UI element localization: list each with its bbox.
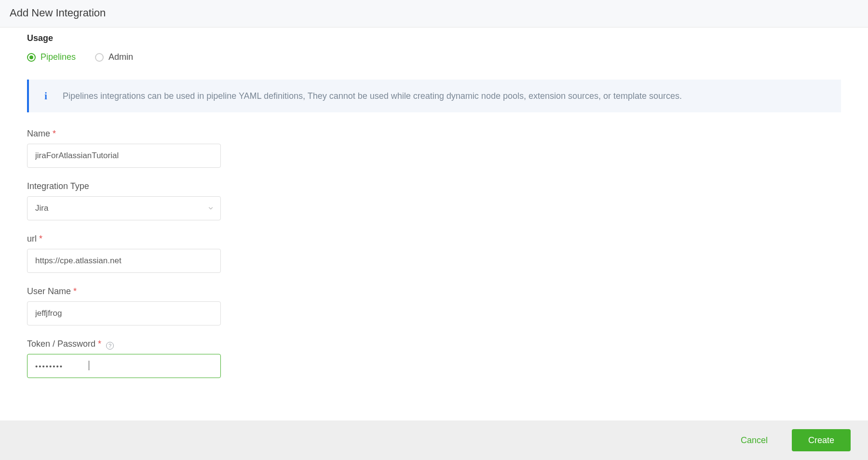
username-label: User Name* bbox=[27, 286, 841, 297]
password-input-wrap: •••••••• bbox=[27, 354, 221, 378]
required-star-icon: * bbox=[39, 234, 42, 244]
info-banner-text: Pipelines integrations can be used in pi… bbox=[63, 91, 682, 101]
integration-type-select-wrap: Jira bbox=[27, 196, 221, 220]
username-input[interactable] bbox=[27, 301, 221, 325]
radio-dot-icon bbox=[29, 55, 33, 59]
form-group-url: url* bbox=[27, 234, 841, 273]
form-group-password: Token / Password* ? •••••••• bbox=[27, 339, 841, 378]
usage-section-heading: Usage bbox=[27, 33, 841, 43]
page-header: Add New Integration bbox=[0, 0, 868, 27]
required-star-icon: * bbox=[98, 339, 101, 349]
radio-circle-icon bbox=[95, 53, 104, 62]
form-group-name: Name* bbox=[27, 129, 841, 168]
name-label-text: Name bbox=[27, 129, 50, 139]
password-label: Token / Password* ? bbox=[27, 339, 841, 349]
integration-type-label: Integration Type bbox=[27, 181, 841, 191]
name-input[interactable] bbox=[27, 144, 221, 168]
url-input[interactable] bbox=[27, 249, 221, 273]
form-group-username: User Name* bbox=[27, 286, 841, 325]
required-star-icon: * bbox=[53, 129, 56, 139]
integration-type-label-text: Integration Type bbox=[27, 181, 89, 191]
url-label: url* bbox=[27, 234, 841, 244]
add-integration-page: Add New Integration Usage Pipelines Admi… bbox=[0, 0, 868, 460]
integration-type-selected-value: Jira bbox=[35, 203, 48, 213]
password-input[interactable]: •••••••• bbox=[27, 354, 221, 378]
cancel-button[interactable]: Cancel bbox=[727, 429, 781, 451]
name-label: Name* bbox=[27, 129, 841, 139]
required-star-icon: * bbox=[73, 286, 77, 297]
page-title: Add New Integration bbox=[10, 7, 858, 19]
usage-radio-pipelines[interactable]: Pipelines bbox=[27, 52, 76, 62]
text-caret-icon bbox=[89, 361, 89, 370]
info-banner: i Pipelines integrations can be used in … bbox=[27, 80, 841, 112]
username-label-text: User Name bbox=[27, 286, 71, 297]
integration-type-select[interactable]: Jira bbox=[27, 196, 221, 220]
info-icon: i bbox=[42, 91, 49, 102]
radio-circle-icon bbox=[27, 53, 36, 62]
usage-radio-group: Pipelines Admin bbox=[27, 52, 841, 62]
usage-radio-admin[interactable]: Admin bbox=[95, 52, 133, 62]
password-masked-value: •••••••• bbox=[35, 362, 63, 370]
url-label-text: url bbox=[27, 234, 37, 244]
footer-bar: Cancel Create bbox=[0, 420, 868, 460]
password-label-text: Token / Password bbox=[27, 339, 95, 349]
form-content: Usage Pipelines Admin i Pipelines integr… bbox=[0, 27, 868, 459]
form-group-integration-type: Integration Type Jira bbox=[27, 181, 841, 220]
usage-radio-admin-label: Admin bbox=[108, 52, 133, 62]
create-button[interactable]: Create bbox=[792, 429, 851, 451]
usage-radio-pipelines-label: Pipelines bbox=[41, 52, 76, 62]
help-icon[interactable]: ? bbox=[106, 342, 114, 350]
